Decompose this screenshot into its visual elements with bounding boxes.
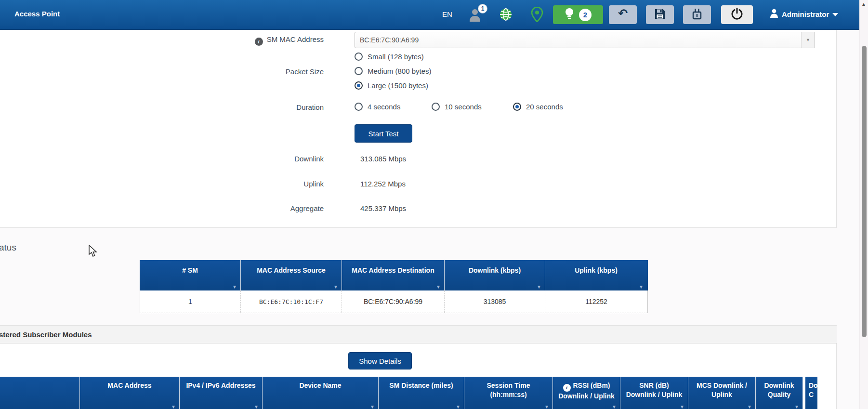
globe-icon[interactable] <box>499 8 513 23</box>
cell-sm-number: 1 <box>140 290 241 313</box>
show-details-button[interactable]: Show Details <box>348 352 412 369</box>
caret-down-icon <box>832 13 838 16</box>
sort-icon[interactable]: ▼ <box>747 404 752 409</box>
account-username: Administrator <box>782 10 829 18</box>
column-header-uplink[interactable]: Uplink (kbps) ▼ <box>545 260 647 290</box>
status-table-row: 1 BC:E6:7C:10:1C:F7 BC:E6:7C:90:A6:99 31… <box>140 290 648 313</box>
user-sessions-indicator[interactable]: 1 <box>468 8 482 24</box>
access-point-page: Access Point EN 1 2 ↶ <box>0 0 868 409</box>
radio-medium[interactable] <box>355 67 363 75</box>
vertical-scrollbar[interactable]: ▲ <box>859 0 868 409</box>
scrollbar-up-arrow[interactable]: ▲ <box>861 1 866 7</box>
cell-uplink-kbps: 112252 <box>545 290 647 313</box>
column-header-device-name[interactable]: Device Name ▼ <box>263 377 379 409</box>
subscribers-table-header: MAC Address ▼ IPv4 / IPv6 Addresses ▼ De… <box>0 377 817 409</box>
sm-mac-select-value: BC:E6:7C:90:A6:99 <box>355 36 801 44</box>
sort-icon[interactable]: ▼ <box>254 404 259 409</box>
column-header-snr[interactable]: SNR (dB) Downlink / Uplink ▼ <box>620 377 688 409</box>
column-header-mac-source[interactable]: MAC Address Source ▼ <box>241 260 342 290</box>
lightbulb-icon <box>565 8 574 22</box>
alerts-button[interactable]: 2 <box>553 5 603 24</box>
top-navigation-bar: Access Point EN 1 2 ↶ <box>0 0 859 30</box>
duration-option-20s[interactable]: 20 seconds <box>513 103 563 111</box>
mouse-cursor <box>88 245 99 259</box>
sort-icon[interactable]: ▼ <box>639 284 644 290</box>
info-icon[interactable]: i <box>563 384 571 392</box>
select-caret-icon: ▼ <box>801 32 815 48</box>
page-title: Access Point <box>14 10 60 18</box>
status-table-header: # SM ▼ MAC Address Source ▼ MAC Address … <box>140 260 648 290</box>
column-header-session-time[interactable]: Session Time (hh:mm:ss) ▼ <box>464 377 553 409</box>
link-test-status-table: # SM ▼ MAC Address Source ▼ MAC Address … <box>140 260 648 313</box>
packet-size-option-medium[interactable]: Medium (800 bytes) <box>355 67 432 75</box>
subscribers-section-title: stered Subscriber Modules <box>0 330 92 339</box>
device-icon <box>692 8 702 22</box>
downlink-value: 313.085 Mbps <box>360 155 406 163</box>
radio-20s[interactable] <box>513 103 521 111</box>
subscribers-section-header: stered Subscriber Modules <box>0 325 837 343</box>
column-header-mac-address[interactable]: MAC Address ▼ <box>80 377 180 409</box>
sort-icon[interactable]: ▼ <box>436 284 441 290</box>
user-count-badge: 1 <box>478 4 487 13</box>
packet-size-option-small[interactable]: Small (128 bytes) <box>355 53 424 61</box>
downlink-label: Downlink <box>164 155 324 163</box>
cell-mac-destination: BC:E6:7C:90:A6:99 <box>342 290 445 313</box>
sort-icon[interactable]: ▼ <box>456 404 460 409</box>
radio-4s[interactable] <box>355 103 363 111</box>
column-header-rssi[interactable]: iRSSI (dBm) Downlink / Uplink ▼ <box>553 377 620 409</box>
column-header-ip-addresses[interactable]: IPv4 / IPv6 Addresses ▼ <box>180 377 263 409</box>
user-icon <box>468 15 482 24</box>
column-header-downlink-quality[interactable]: Downlink Quality ▼ <box>756 377 803 409</box>
column-header-mcs[interactable]: MCS Downlink / Uplink ▼ <box>688 377 756 409</box>
language-selector[interactable]: EN <box>442 10 452 18</box>
start-test-button[interactable]: Start Test <box>355 124 412 143</box>
aggregate-label: Aggregate <box>164 204 324 212</box>
undo-button[interactable]: ↶ <box>609 5 637 24</box>
sort-icon[interactable]: ▼ <box>171 404 176 409</box>
column-header-blank[interactable] <box>0 377 80 409</box>
account-menu[interactable]: Administrator <box>770 9 838 19</box>
sort-icon[interactable]: ▼ <box>680 404 684 409</box>
packet-size-label: Packet Size <box>164 67 324 76</box>
sort-icon[interactable]: ▼ <box>537 284 541 290</box>
sort-icon[interactable]: ▼ <box>333 284 338 290</box>
subscribers-panel: Registered Subscriber Modules Show Detai… <box>0 343 837 409</box>
alert-count-badge: 2 <box>579 9 592 21</box>
uplink-value: 112.252 Mbps <box>360 180 406 188</box>
sort-icon[interactable]: ▼ <box>544 404 549 409</box>
column-header-sm-distance[interactable]: SM Distance (miles) ▼ <box>379 377 464 409</box>
column-header-clipped[interactable]: Do C <box>805 377 817 409</box>
column-header-sm[interactable]: # SM ▼ <box>140 260 241 290</box>
power-reboot-button[interactable] <box>721 5 753 24</box>
radio-small[interactable] <box>355 53 363 61</box>
sort-icon[interactable]: ▼ <box>370 404 375 409</box>
radio-large[interactable] <box>355 81 363 90</box>
cell-downlink-kbps: 313085 <box>445 290 545 313</box>
sort-icon[interactable]: ▼ <box>612 404 617 409</box>
duration-option-10s[interactable]: 10 seconds <box>432 103 482 111</box>
sm-mac-label: iSM MAC Address <box>164 35 324 46</box>
radio-10s[interactable] <box>432 103 440 111</box>
sort-icon[interactable]: ▼ <box>794 404 799 409</box>
packet-size-option-large[interactable]: Large (1500 bytes) <box>355 81 428 90</box>
save-icon <box>655 9 665 21</box>
location-pin-icon[interactable] <box>531 7 543 24</box>
duration-option-4s[interactable]: 4 seconds <box>355 103 400 111</box>
column-header-mac-destination[interactable]: MAC Address Destination ▼ <box>342 260 445 290</box>
power-icon <box>731 8 743 22</box>
info-icon[interactable]: i <box>255 38 263 46</box>
sm-mac-select[interactable]: BC:E6:7C:90:A6:99 ▼ <box>355 32 815 48</box>
save-button[interactable] <box>646 5 674 24</box>
duration-label: Duration <box>164 103 324 111</box>
uplink-label: Uplink <box>164 180 324 188</box>
sort-icon[interactable]: ▼ <box>232 284 237 290</box>
column-header-downlink[interactable]: Downlink (kbps) ▼ <box>445 260 545 290</box>
account-person-icon <box>770 9 778 19</box>
scrollbar-thumb[interactable] <box>862 46 867 337</box>
device-tools-button[interactable] <box>683 5 711 24</box>
status-section-title: atus <box>0 242 16 253</box>
aggregate-value: 425.337 Mbps <box>360 204 406 212</box>
undo-icon: ↶ <box>618 8 628 19</box>
cell-mac-source: BC:E6:7C:10:1C:F7 <box>241 290 342 313</box>
